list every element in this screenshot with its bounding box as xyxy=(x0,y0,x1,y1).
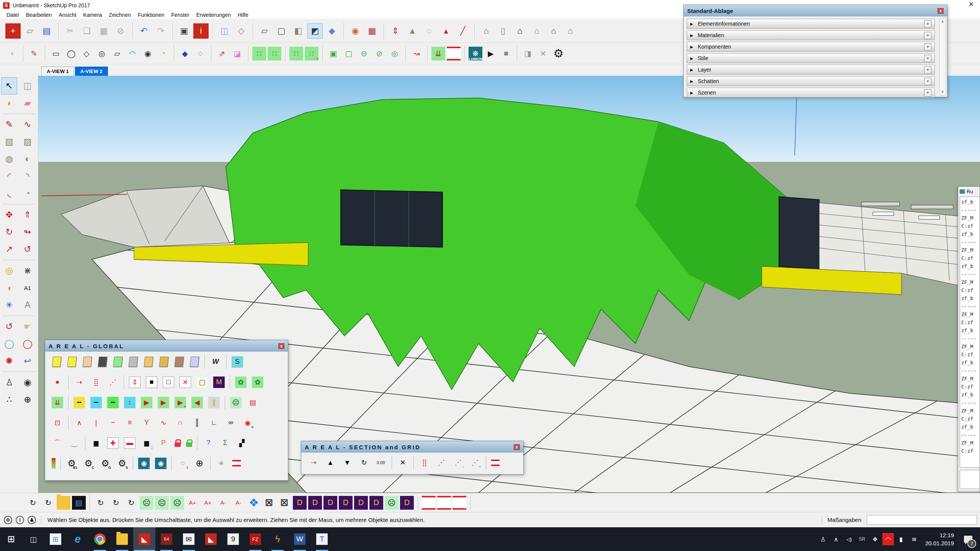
sketch-pencil-icon[interactable]: ✎ xyxy=(27,47,41,60)
position-camera-tool[interactable]: ♙ xyxy=(1,374,17,391)
section-arrow-icon[interactable]: ↕ xyxy=(124,397,136,408)
copy-icon[interactable]: ❏ xyxy=(79,23,95,39)
play-left-icon[interactable]: ◀ xyxy=(191,397,203,408)
menu-item-datei[interactable]: Datei xyxy=(3,12,23,18)
new-model-icon[interactable]: + xyxy=(5,23,21,39)
gradient-black-icon[interactable]: ■ xyxy=(146,377,157,388)
dot-grid-icon[interactable]: ⣿ xyxy=(90,377,102,388)
stamp-icon[interactable]: ▲ xyxy=(405,23,420,39)
shaded-with-textures-icon[interactable]: ◩ xyxy=(307,23,323,39)
paste-icon[interactable]: ▦ xyxy=(96,23,111,39)
close-icon[interactable]: × xyxy=(924,66,931,73)
arc-tool[interactable]: ◜ xyxy=(1,168,17,185)
two-point-arc-tool[interactable]: ◝ xyxy=(20,168,36,185)
back-edges-icon[interactable]: ◇ xyxy=(234,23,249,39)
road-icon[interactable]: ∥ xyxy=(208,397,220,408)
menu-item-zeichnen[interactable]: Zeichnen xyxy=(105,12,134,18)
save-disk-icon[interactable]: ▤ xyxy=(72,496,86,510)
leaf-texture-icon[interactable]: ✿ xyxy=(235,377,247,388)
page-green-icon[interactable] xyxy=(113,357,123,367)
section-rotate-icon[interactable]: ↻ xyxy=(358,457,370,468)
face-parallelogram-icon[interactable]: ▱ xyxy=(110,47,124,60)
close-icon[interactable]: x xyxy=(278,343,284,349)
grid-plus-icon[interactable]: ⋰+ xyxy=(469,457,481,468)
areal-section-header[interactable]: A R E A L - SECTION and GRID x xyxy=(301,441,523,453)
pan-tool[interactable]: ☛ xyxy=(20,318,36,335)
house-chimney-icon[interactable]: ⌂ xyxy=(479,23,494,39)
face-1-icon[interactable]: ☹ xyxy=(140,496,154,510)
lasso-icon[interactable]: ◌ xyxy=(193,47,207,60)
ruby-output-titlebar[interactable]: Ru xyxy=(958,187,980,196)
chrome-app-icon[interactable] xyxy=(94,533,106,545)
add-detail-icon[interactable]: ▴ xyxy=(438,23,454,39)
chrome-app[interactable] xyxy=(89,527,111,551)
plant-app[interactable]: 9 xyxy=(222,527,244,551)
xray-icon[interactable]: ◫ xyxy=(217,23,232,39)
section-up-icon[interactable]: ▲ xyxy=(325,457,336,468)
scene-tab-a-view-1[interactable]: A-VIEW 1 xyxy=(41,67,74,76)
explorer-app-icon[interactable] xyxy=(116,533,128,545)
settings-gear-icon[interactable]: ⚙ xyxy=(552,47,565,60)
globe-icon[interactable]: ⊕ xyxy=(194,458,205,469)
ellipse-dash-icon[interactable]: ⊖ xyxy=(357,47,371,60)
section-move-icon[interactable]: ⇢ xyxy=(308,457,319,468)
profile-icon[interactable]: ♟ xyxy=(28,516,36,524)
monochrome-icon[interactable]: ◆ xyxy=(324,23,340,39)
export-scene-icon[interactable]: ◨ xyxy=(521,47,535,60)
close-icon[interactable]: x xyxy=(514,444,520,450)
d-3-icon[interactable]: D xyxy=(323,496,337,510)
column-icon[interactable]: ▯ xyxy=(495,23,511,39)
envelope-2-icon[interactable]: ⊠ xyxy=(278,496,291,510)
rotate-tool[interactable]: ↻ xyxy=(1,223,17,241)
sketchup-app-icon[interactable]: ◣ xyxy=(139,533,150,545)
refresh-5-icon[interactable]: ↻ xyxy=(124,496,138,510)
sketchup-viewer-app[interactable]: ◣ xyxy=(200,527,222,551)
store-app[interactable]: ⊞ xyxy=(44,527,67,551)
house-roof-icon[interactable]: ⌂ xyxy=(529,23,544,39)
expand-arrow-icon[interactable]: ▶ xyxy=(690,45,693,49)
model-info-icon[interactable]: i xyxy=(193,23,209,39)
bars-icon[interactable]: ║ xyxy=(191,417,203,429)
steps-icon[interactable]: ∟ xyxy=(208,417,220,429)
pages-p-icon[interactable]: P xyxy=(158,437,169,449)
page-dark-icon[interactable] xyxy=(98,357,108,367)
play-right-2-icon[interactable]: ▶ xyxy=(158,397,169,408)
sad-face-icon[interactable]: ☹ xyxy=(230,397,242,408)
vegetation-add-icon[interactable]: ∷+ xyxy=(305,47,318,60)
expand-arrow-icon[interactable]: ▶ xyxy=(690,91,693,95)
face-rectangle-icon[interactable]: ▭ xyxy=(49,47,63,60)
petal-shape-icon[interactable]: ◗ xyxy=(5,47,19,60)
page-lavender-icon[interactable] xyxy=(190,357,199,367)
plant-app-icon[interactable]: 9 xyxy=(227,533,239,545)
section-cut-icon[interactable] xyxy=(232,460,241,466)
red-dot-icon[interactable]: ● xyxy=(52,377,63,388)
window-close-button[interactable]: ✕ xyxy=(969,1,974,8)
vegetation-area-icon[interactable]: ∷ xyxy=(289,47,303,60)
sandbox-from-scratch-icon[interactable]: ▦ xyxy=(364,23,380,39)
delete-icon[interactable]: ⊘ xyxy=(113,23,128,39)
section-cut-2-icon[interactable] xyxy=(437,496,451,510)
barn-icon[interactable]: ⌂ xyxy=(563,23,578,39)
vertical-line-icon[interactable]: ∣ xyxy=(90,417,102,429)
three-point-arc-tool[interactable]: ◟ xyxy=(1,185,17,202)
volume-icon[interactable]: ◁) xyxy=(843,533,855,545)
close-icon[interactable]: × xyxy=(924,20,931,28)
winamp-app-icon[interactable]: ϟ xyxy=(272,533,283,545)
bar-chart-icon[interactable]: ▆ xyxy=(90,437,102,449)
dimension-tool[interactable]: ⋇ xyxy=(20,262,36,279)
wireframe-icon[interactable]: ▱ xyxy=(257,23,272,39)
dotted-line-icon[interactable]: ⇢ xyxy=(74,377,85,388)
d-1-icon[interactable]: D xyxy=(293,496,307,510)
section-green-icon[interactable]: ╍ xyxy=(107,397,119,408)
scale-tool[interactable]: ↗ xyxy=(1,241,17,258)
tray-item-stile[interactable]: ▶Stile× xyxy=(687,53,935,63)
lock-green-icon[interactable] xyxy=(186,442,192,447)
refresh-1-icon[interactable]: ↻ xyxy=(26,496,40,510)
section-cut-3-icon[interactable] xyxy=(452,496,466,510)
avira-tray-icon[interactable]: ◠ xyxy=(882,533,894,545)
ellipse-line-icon[interactable]: ⊘ xyxy=(372,47,386,60)
protractor-tool[interactable]: ◖ xyxy=(1,279,17,297)
rings-icon[interactable]: ∞ xyxy=(225,417,237,429)
menu-item-kamera[interactable]: Kamera xyxy=(80,12,105,18)
vegetation-paint-icon[interactable]: ∷ xyxy=(268,47,281,60)
